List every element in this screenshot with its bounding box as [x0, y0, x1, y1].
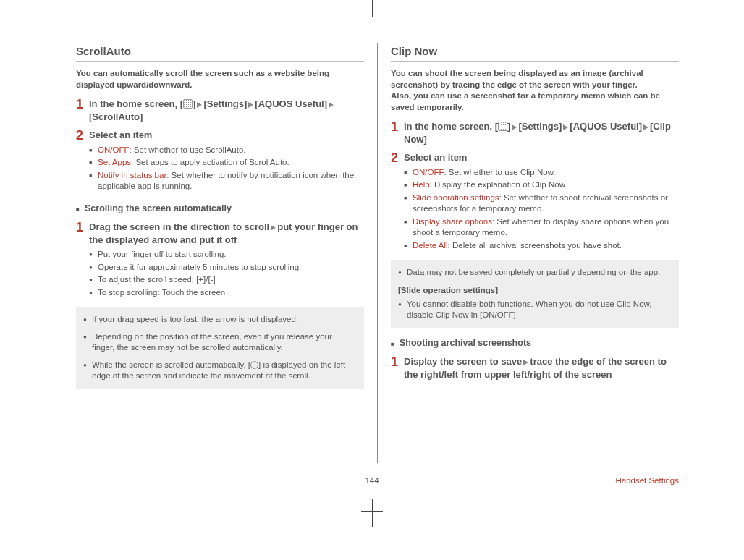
- step-number: 1: [391, 355, 404, 381]
- option-item: Delete All: Delete all archival screensh…: [404, 240, 679, 252]
- step-1-left: 1 In the home screen, [][Settings][AQUOS…: [76, 98, 364, 123]
- square-bullet-icon: [404, 216, 413, 239]
- column-left: ScrollAuto You can automatically scroll …: [76, 43, 377, 463]
- step-head: In the home screen, [][Settings][AQUOS U…: [404, 120, 679, 145]
- page-columns: ScrollAuto You can automatically scroll …: [76, 43, 679, 463]
- step-head: Select an item: [404, 151, 679, 164]
- square-bullet-icon: [89, 170, 98, 192]
- crop-mark-icon: [361, 511, 383, 512]
- option-item: Notify in status bar: Set whether to not…: [89, 170, 364, 192]
- option-label: Delete All: [413, 241, 448, 250]
- note-item: You cannot disable both functions. When …: [398, 299, 672, 321]
- circle-bullet-icon: [89, 249, 98, 260]
- triangle-icon: [271, 225, 276, 231]
- note-item: While the screen is scrolled automatical…: [83, 360, 357, 382]
- note-box-right: Data may not be saved completely or part…: [391, 260, 679, 328]
- bullet-item: To adjust the scroll speed: [+]/[-]: [89, 274, 364, 286]
- circle-bullet-icon: [83, 331, 92, 354]
- intro-scrollauto: You can automatically scroll the screen …: [76, 68, 364, 90]
- apps-grid-icon: [498, 122, 507, 131]
- triangle-icon: [643, 124, 648, 130]
- option-label: Display share options: [413, 217, 492, 226]
- circle-outline-icon: [250, 361, 258, 369]
- triangle-icon: [512, 124, 517, 130]
- circle-bullet-icon: [89, 287, 98, 299]
- option-list: ON/OFF: Set whether to use ScrollAuto. S…: [89, 145, 364, 192]
- option-item: Help: Display the explanation of Clip No…: [404, 179, 679, 191]
- substep-1-left: 1 Drag the screen in the direction to sc…: [76, 221, 364, 300]
- subheading-shooting: Shooting archival screenshots: [391, 337, 679, 350]
- option-list: ON/OFF: Set whether to use Clip Now. Hel…: [404, 167, 679, 252]
- option-label: ON/OFF: [413, 168, 444, 177]
- section-title-clipnow: Clip Now: [391, 43, 679, 62]
- step-head: Select an item: [89, 129, 364, 142]
- triangle-icon: [523, 360, 528, 365]
- note-item: Depending on the position of the screen,…: [83, 331, 357, 354]
- circle-bullet-icon: [398, 299, 407, 321]
- square-bullet-icon: [404, 167, 413, 179]
- square-bullet-icon: [404, 240, 413, 252]
- step-2-left: 2 Select an item ON/OFF: Set whether to …: [76, 129, 364, 194]
- circle-bullet-icon: [398, 267, 407, 279]
- square-bullet-icon: [404, 192, 413, 215]
- step-head: Drag the screen in the direction to scro…: [89, 221, 364, 246]
- option-label: Help: [413, 180, 430, 189]
- step-head: In the home screen, [][Settings][AQUOS U…: [89, 98, 364, 123]
- crop-mark-icon: [372, 499, 373, 527]
- page-footer: 144 Handset Settings: [0, 476, 744, 485]
- option-item: Set Apps: Set apps to apply activation o…: [89, 157, 364, 169]
- triangle-icon: [329, 102, 334, 108]
- circle-bullet-icon: [89, 274, 98, 286]
- square-bullet-icon: [76, 203, 85, 216]
- section-title-scrollauto: ScrollAuto: [76, 43, 364, 62]
- step-number: 2: [76, 129, 89, 194]
- bullet-item: Put your finger off to start scrolling.: [89, 249, 364, 260]
- square-bullet-icon: [404, 179, 413, 191]
- square-bullet-icon: [391, 337, 400, 350]
- circle-bullet-icon: [83, 360, 92, 382]
- step-head: Display the screen to savetrace the edge…: [404, 355, 679, 381]
- triangle-icon: [197, 102, 202, 108]
- intro-clipnow: You can shoot the screen being displayed…: [391, 68, 679, 113]
- step-number: 1: [76, 98, 89, 123]
- option-label: Slide operation settings: [413, 193, 499, 202]
- circle-bullet-icon: [89, 262, 98, 273]
- square-bullet-icon: [89, 145, 98, 156]
- option-label: Notify in status bar: [98, 171, 166, 179]
- option-label: Set Apps: [98, 158, 131, 166]
- crop-mark-icon: [372, 0, 373, 17]
- circle-bullet-icon: [83, 314, 92, 326]
- bullet-list: Put your finger off to start scrolling. …: [89, 249, 364, 298]
- note-box-left: If your drag speed is too fast, the arro…: [76, 307, 364, 389]
- apps-grid-icon: [183, 99, 193, 109]
- step-number: 1: [391, 120, 404, 145]
- footer-section-label: Handset Settings: [615, 476, 679, 485]
- note-item: Data may not be saved completely or part…: [398, 267, 672, 279]
- step-number: 1: [76, 221, 89, 300]
- subheading-scrolling: Scrolling the screen automatically: [76, 203, 364, 216]
- option-label: ON/OFF: [98, 145, 129, 154]
- square-bullet-icon: [89, 157, 98, 169]
- step-number: 2: [391, 151, 404, 253]
- step-2-right: 2 Select an item ON/OFF: Set whether to …: [391, 151, 679, 253]
- option-item: ON/OFF: Set whether to use ScrollAuto.: [89, 145, 364, 156]
- option-item: ON/OFF: Set whether to use Clip Now.: [404, 167, 679, 179]
- option-item: Slide operation settings: Set whether to…: [404, 192, 679, 215]
- step-1-right: 1 In the home screen, [][Settings][AQUOS…: [391, 120, 679, 145]
- bullet-item: To stop scrolling: Touch the screen: [89, 287, 364, 299]
- triangle-icon: [563, 124, 568, 130]
- option-item: Display share options: Set whether to di…: [404, 216, 679, 239]
- bullet-item: Operate it for approximately 5 minutes t…: [89, 262, 364, 273]
- triangle-icon: [248, 102, 253, 108]
- note-subhead: [Slide operation settings]: [398, 284, 672, 296]
- substep-1-right: 1 Display the screen to savetrace the ed…: [391, 355, 679, 381]
- note-item: If your drag speed is too fast, the arro…: [83, 314, 357, 326]
- column-right: Clip Now You can shoot the screen being …: [377, 43, 679, 463]
